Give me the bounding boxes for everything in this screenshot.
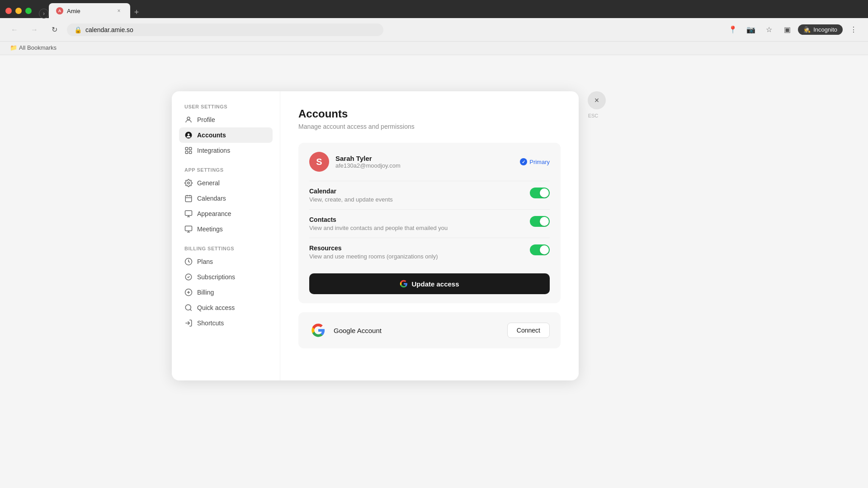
browser-toolbar: ← → ↻ 🔒 calendar.amie.so 📍 📷 ☆ ▣ 🕵 Incog…	[0, 18, 868, 42]
resources-permission-info: Resources View and use meeting rooms (or…	[309, 244, 530, 260]
update-access-button[interactable]: Update access	[309, 273, 550, 294]
contacts-toggle[interactable]	[530, 216, 550, 227]
sidebar-billing-label: Billing	[197, 289, 214, 296]
sidebar-btn[interactable]: ▣	[780, 23, 794, 37]
page-content: User Settings Profile Accounts	[0, 55, 868, 488]
svg-point-21	[185, 305, 191, 310]
calendars-icon	[184, 194, 193, 202]
sidebar-profile-label: Profile	[197, 116, 215, 123]
sidebar-appearance-label: Appearance	[197, 210, 231, 217]
integrations-icon	[184, 146, 193, 155]
all-bookmarks-folder[interactable]: 📁 All Bookmarks	[7, 43, 59, 52]
billing-icon	[184, 288, 193, 296]
sidebar-item-profile[interactable]: Profile	[179, 112, 273, 127]
contacts-permission-name: Contacts	[309, 216, 530, 223]
close-icon: ×	[594, 96, 599, 105]
sidebar-item-plans[interactable]: Plans	[179, 254, 273, 269]
address-lock-icon: 🔒	[74, 26, 82, 33]
sidebar-accounts-label: Accounts	[197, 131, 226, 139]
camera-off-btn[interactable]: 📷	[744, 23, 758, 37]
nav-forward-btn[interactable]: →	[27, 23, 42, 37]
window-min-btn[interactable]	[15, 8, 22, 14]
account-header: S Sarah Tyler afe130a2@moodjoy.com Prima…	[309, 152, 550, 172]
svg-rect-8	[185, 196, 192, 202]
svg-point-0	[187, 117, 190, 120]
sidebar-meetings-label: Meetings	[197, 225, 223, 233]
sidebar-item-appearance[interactable]: Appearance	[179, 206, 273, 221]
account-name: Sarah Tyler	[335, 155, 514, 162]
resources-toggle[interactable]	[530, 244, 550, 255]
new-tab-btn[interactable]: +	[130, 6, 143, 19]
subscriptions-icon	[184, 273, 193, 281]
google-logo-svg	[400, 280, 408, 288]
general-icon	[184, 179, 193, 187]
toggle-knob	[540, 245, 549, 254]
tab-close-btn[interactable]: ×	[115, 7, 123, 15]
google-logo-large	[311, 323, 326, 338]
sidebar-calendars-label: Calendars	[197, 195, 226, 202]
user-settings-label: User Settings	[179, 104, 273, 109]
sidebar-subscriptions-label: Subscriptions	[197, 273, 235, 281]
sidebar-integrations-label: Integrations	[197, 147, 230, 154]
google-account-name: Google Account	[334, 327, 501, 334]
calendar-toggle[interactable]	[530, 188, 550, 198]
incognito-label: Incognito	[813, 26, 837, 33]
connect-button[interactable]: Connect	[507, 323, 550, 338]
window-max-btn[interactable]	[25, 8, 32, 14]
google-g-icon	[400, 280, 408, 288]
account-info: Sarah Tyler afe130a2@moodjoy.com	[335, 155, 514, 169]
browser-tab-amie[interactable]: A Amie ×	[49, 3, 130, 19]
incognito-badge: 🕵 Incognito	[798, 24, 843, 35]
window-close-btn[interactable]	[5, 8, 12, 14]
bookmark-btn[interactable]: ☆	[762, 23, 776, 37]
calendar-permission-info: Calendar View, create, and update events	[309, 188, 530, 203]
sidebar-item-shortcuts[interactable]: Shortcuts	[179, 315, 273, 331]
primary-badge: Primary	[520, 158, 550, 165]
avatar: S	[309, 152, 329, 172]
google-account-card: Google Account Connect	[298, 312, 561, 348]
toolbar-actions: 📍 📷 ☆ ▣ 🕵 Incognito ⋮	[726, 23, 861, 37]
sidebar-item-general[interactable]: General	[179, 175, 273, 191]
contacts-permission-desc: View and invite contacts and people that…	[309, 225, 530, 231]
sidebar-item-meetings[interactable]: Meetings	[179, 221, 273, 237]
permission-row-calendar: Calendar View, create, and update events	[309, 181, 550, 209]
tab-scroll-prev[interactable]: ›	[39, 9, 49, 19]
browser-menu-btn[interactable]: ⋮	[846, 23, 861, 37]
permission-row-contacts: Contacts View and invite contacts and pe…	[309, 209, 550, 238]
nav-refresh-btn[interactable]: ↻	[47, 23, 61, 37]
accounts-icon	[184, 131, 193, 139]
settings-sidebar: User Settings Profile Accounts	[172, 91, 280, 380]
sidebar-item-calendars[interactable]: Calendars	[179, 191, 273, 206]
svg-rect-6	[189, 151, 192, 154]
update-access-label: Update access	[411, 280, 459, 288]
svg-rect-4	[189, 147, 192, 150]
nav-back-btn[interactable]: ←	[7, 23, 22, 37]
address-text: calendar.amie.so	[85, 26, 376, 33]
account-email: afe130a2@moodjoy.com	[335, 162, 514, 169]
shortcuts-icon	[184, 319, 193, 327]
incognito-icon: 🕵	[803, 26, 811, 33]
tab-bar: › A Amie × +	[39, 3, 143, 19]
google-logo	[309, 321, 327, 339]
appearance-icon	[184, 210, 193, 218]
plans-icon	[184, 258, 193, 266]
sidebar-quick-access-label: Quick access	[197, 304, 235, 311]
sidebar-item-quick-access[interactable]: Quick access	[179, 300, 273, 315]
address-bar[interactable]: 🔒 calendar.amie.so	[67, 23, 383, 36]
svg-rect-3	[185, 147, 188, 150]
permission-row-resources: Resources View and use meeting rooms (or…	[309, 238, 550, 266]
app-settings-label: App Settings	[179, 167, 273, 173]
meetings-icon	[184, 225, 193, 233]
esc-label: ESC	[584, 113, 602, 118]
tab-favicon: A	[56, 7, 63, 14]
location-btn[interactable]: 📍	[726, 23, 740, 37]
resources-permission-name: Resources	[309, 244, 530, 252]
sidebar-item-accounts[interactable]: Accounts	[179, 127, 273, 143]
connect-label: Connect	[517, 327, 540, 334]
page-title: Accounts	[298, 108, 561, 120]
sidebar-item-billing[interactable]: Billing	[179, 285, 273, 300]
sidebar-item-integrations[interactable]: Integrations	[179, 143, 273, 158]
sidebar-item-subscriptions[interactable]: Subscriptions	[179, 269, 273, 285]
close-button[interactable]: ×	[588, 91, 606, 109]
toggle-knob	[540, 188, 549, 197]
